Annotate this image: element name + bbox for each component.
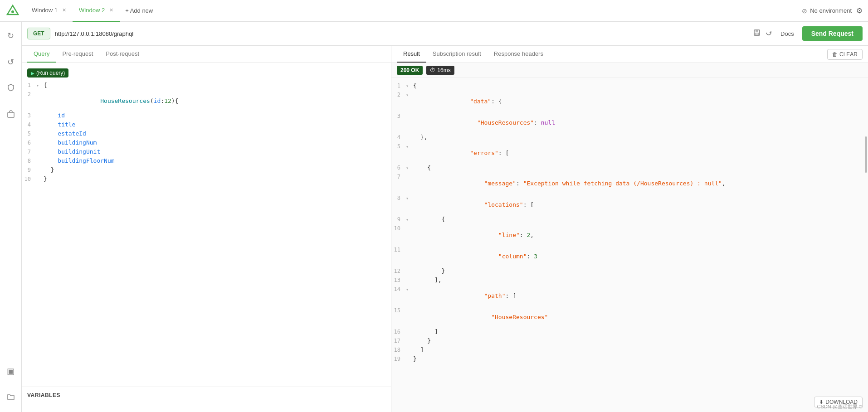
result-line-2: 2 ▾ "data": {: [391, 91, 868, 112]
result-line-4: 4 },: [391, 133, 868, 142]
code-line-5: 5 estateId: [22, 130, 391, 139]
query-panel-tabs: Query Pre-request Post-request: [22, 46, 391, 63]
nav-tab-window1[interactable]: Window 1 ✕: [25, 0, 73, 22]
svg-rect-5: [755, 33, 759, 35]
url-input[interactable]: [55, 30, 749, 37]
query-editor[interactable]: ▶ (Run query) 1 ▾ { 2 HouseReso: [22, 63, 391, 387]
code-line-9: 9 }: [22, 166, 391, 175]
result-line-13: 13 ],: [391, 276, 868, 285]
result-line-11: 11 "column": 3: [391, 246, 868, 267]
add-new-tab[interactable]: + Add new: [120, 7, 158, 14]
status-time-badge: ⏱ 16ms: [426, 66, 454, 75]
code-line-4: 4 title: [22, 121, 391, 130]
save-icon[interactable]: [753, 29, 761, 38]
sidebar-history-icon[interactable]: ↺: [4, 53, 18, 71]
nav-right: ⊘ No environment ⚙: [802, 6, 863, 15]
result-actions: 🗑 CLEAR: [827, 49, 863, 60]
panels: Query Pre-request Post-request ▶ (Run qu…: [22, 46, 868, 412]
result-line-17: 17 }: [391, 337, 868, 346]
nav-tab-window2[interactable]: Window 2 ✕: [73, 0, 120, 22]
result-line-15: 15 "HouseResources": [391, 306, 868, 328]
refresh-icon[interactable]: [765, 29, 772, 38]
tab-pre-request[interactable]: Pre-request: [56, 46, 99, 63]
app-logo: [5, 4, 20, 18]
query-panel: Query Pre-request Post-request ▶ (Run qu…: [22, 46, 391, 412]
sidebar-shield-icon[interactable]: [3, 80, 19, 97]
result-line-12: 12 }: [391, 267, 868, 276]
close-tab-window2[interactable]: ✕: [109, 7, 113, 13]
tab-post-request[interactable]: Post-request: [99, 46, 146, 63]
result-line-3: 3 "HouseResources": null: [391, 112, 868, 133]
send-request-button[interactable]: Send Request: [802, 26, 863, 41]
status-ok-badge: 200 OK: [397, 66, 423, 75]
result-line-8: 8 ▾ "locations": [: [391, 194, 868, 215]
tab-result[interactable]: Result: [397, 46, 426, 63]
docs-button[interactable]: Docs: [777, 29, 798, 39]
svg-rect-2: [8, 112, 14, 117]
result-tabs: Result Subscription result Response head…: [391, 46, 868, 63]
sidebar-grid-icon[interactable]: ▣: [3, 363, 18, 380]
result-line-7: 7 "message": "Exception while fetching d…: [391, 173, 868, 194]
code-line-1: 1 ▾ {: [22, 81, 391, 90]
result-line-5: 5 ▾ "errors": [: [391, 142, 868, 164]
trash-icon: 🗑: [832, 51, 838, 58]
result-line-16: 16 ]: [391, 328, 868, 337]
svg-point-1: [11, 10, 14, 13]
clock-icon: ⏱: [430, 67, 435, 73]
result-line-18: 18 ]: [391, 346, 868, 355]
code-line-8: 8 buildingFloorNum: [22, 157, 391, 166]
scroll-indicator[interactable]: [865, 136, 867, 173]
code-line-7: 7 buildingUnit: [22, 148, 391, 157]
environment-selector[interactable]: ⊘ No environment: [802, 7, 852, 15]
close-tab-window1[interactable]: ✕: [62, 7, 66, 13]
result-line-19: 19 }: [391, 355, 868, 364]
tab-response-headers[interactable]: Response headers: [488, 46, 550, 63]
top-nav: Window 1 ✕ Window 2 ✕ + Add new ⊘ No env…: [0, 0, 868, 22]
url-bar: GET Docs Send Request: [22, 22, 868, 46]
result-panel: Result Subscription result Response head…: [391, 46, 868, 412]
code-line-10: 10 }: [22, 175, 391, 184]
result-line-9: 9 ▾ {: [391, 215, 868, 224]
sidebar-folder-icon[interactable]: [3, 389, 19, 407]
sidebar-refresh-icon[interactable]: ↻: [4, 27, 18, 44]
nav-tabs: Window 1 ✕ Window 2 ✕ + Add new: [25, 0, 802, 22]
main-layout: ↻ ↺ ▣ GET: [0, 22, 868, 412]
watermark: CSDN @童话世界 ©: [817, 403, 863, 410]
code-line-6: 6 buildingNum: [22, 139, 391, 148]
tab-query[interactable]: Query: [27, 46, 56, 63]
code-line-3: 3 id: [22, 111, 391, 121]
gear-icon[interactable]: ⚙: [856, 6, 863, 15]
result-line-1: 1 ▾ {: [391, 82, 868, 91]
result-line-14: 14 ▾ "path": [: [391, 285, 868, 306]
sidebar: ↻ ↺ ▣: [0, 22, 22, 412]
url-actions: Docs Send Request: [753, 26, 863, 41]
code-line-2: 2 HouseResources(id:12){: [22, 90, 391, 111]
play-icon: ▶: [31, 71, 34, 76]
content-area: GET Docs Send Request: [22, 22, 868, 412]
no-env-icon: ⊘: [802, 7, 807, 15]
status-bar: 200 OK ⏱ 16ms: [391, 63, 868, 78]
variables-section: VARIABLES: [22, 387, 391, 412]
result-editor[interactable]: 1 ▾ { 2 ▾ "data": { 3: [391, 78, 868, 412]
variables-label: VARIABLES: [27, 392, 60, 398]
result-line-10: 10 "line": 2,: [391, 224, 868, 246]
tab-subscription-result[interactable]: Subscription result: [426, 46, 488, 63]
clear-button[interactable]: 🗑 CLEAR: [827, 49, 863, 60]
result-line-6: 6 ▾ {: [391, 164, 868, 173]
method-button[interactable]: GET: [27, 28, 50, 39]
run-query-button[interactable]: ▶ (Run query): [27, 68, 68, 78]
svg-rect-4: [756, 30, 758, 32]
sidebar-box-icon[interactable]: [3, 107, 19, 124]
